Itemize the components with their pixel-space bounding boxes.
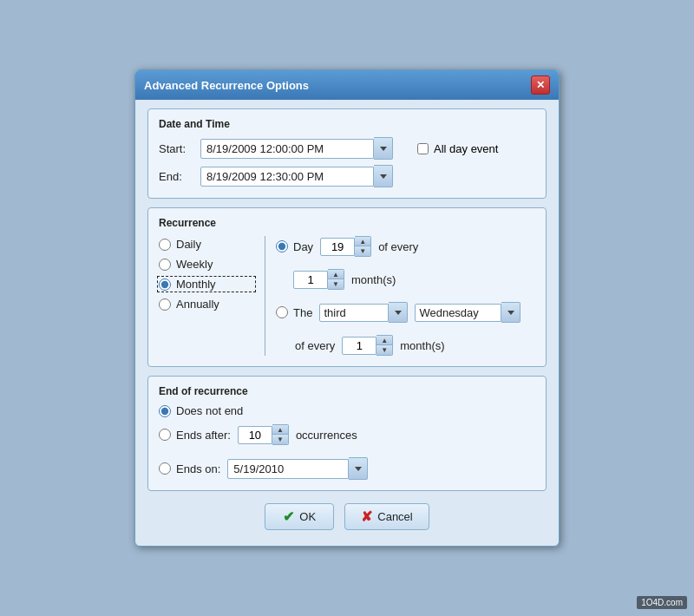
months1-spinner: ▲ ▼ [293, 269, 344, 290]
months1-value-input[interactable] [293, 271, 328, 289]
end-dropdown-arrow [380, 174, 387, 179]
ends-on-dropdown-arrow [355, 467, 362, 471]
radio-day-input[interactable] [276, 240, 288, 252]
third-dropdown-btn[interactable] [389, 302, 408, 323]
months1-spin-down[interactable]: ▼ [328, 279, 344, 289]
radio-ends-on-label: Ends on: [176, 462, 220, 475]
start-label: Start: [159, 142, 193, 155]
radio-no-end-label: Does not end [176, 404, 243, 417]
button-row: ✔ OK ✘ Cancel [147, 500, 547, 534]
radio-ends-on-input[interactable] [159, 462, 171, 475]
weekday-select-combo: Sunday Monday Tuesday Wednesday Thursday… [415, 302, 520, 323]
months2-spin-down[interactable]: ▼ [376, 345, 392, 355]
radio-annually-label: Annually [176, 298, 219, 311]
month-s-label2: month(s) [400, 339, 444, 352]
months2-value-input[interactable] [342, 337, 376, 355]
months1-spin-up[interactable]: ▲ [328, 270, 344, 279]
all-day-row: All day event [417, 142, 498, 155]
occurrences-spin-up[interactable]: ▲ [272, 425, 288, 435]
radio-monthly[interactable]: Monthly [159, 278, 254, 291]
radio-ends-on[interactable]: Ends on: [159, 462, 220, 475]
radio-ends-after-input[interactable] [159, 429, 171, 441]
cancel-label: Cancel [377, 510, 412, 523]
radio-day[interactable]: Day [276, 240, 313, 253]
end-label: End: [159, 170, 193, 183]
watermark: 1O4D.com [637, 596, 687, 609]
months1-spin-buttons: ▲ ▼ [328, 269, 344, 290]
month-s-label1: month(s) [351, 273, 396, 286]
radio-the[interactable]: The [276, 306, 312, 319]
recurrence-layout: Daily Weekly Monthly Annually [159, 236, 535, 356]
radio-daily-label: Daily [176, 238, 201, 251]
recurrence-section: Recurrence Daily Weekly Monthly [147, 207, 547, 367]
end-recurrence-title: End of recurrence [159, 385, 535, 397]
day-spin-buttons: ▲ ▼ [355, 236, 371, 257]
end-recurrence-section: End of recurrence Does not end Ends afte… [147, 376, 547, 491]
occurrences-input[interactable] [238, 426, 272, 444]
radio-monthly-input[interactable] [159, 279, 171, 291]
recurrence-right: Day ▲ ▼ of every [276, 236, 535, 356]
title-bar: Advanced Recurrence Options ✕ [135, 70, 559, 100]
recurrence-title: Recurrence [159, 217, 535, 229]
radio-day-label: Day [293, 240, 313, 253]
day-value-input[interactable] [320, 238, 355, 256]
dialog-title: Advanced Recurrence Options [144, 79, 309, 92]
third-select[interactable]: first second third fourth last [319, 304, 389, 322]
date-time-section: Date and Time Start: All day event End: [147, 108, 547, 199]
radio-no-end-input[interactable] [159, 405, 171, 417]
cancel-icon: ✘ [361, 508, 372, 525]
ok-icon: ✔ [283, 508, 294, 525]
ok-button[interactable]: ✔ OK [265, 503, 334, 530]
radio-weekly[interactable]: Weekly [159, 258, 254, 271]
occurrences-spinner: ▲ ▼ [238, 424, 289, 445]
start-combo [200, 137, 393, 160]
ends-on-input[interactable] [227, 459, 349, 479]
date-time-title: Date and Time [159, 118, 535, 130]
end-dropdown-btn[interactable] [374, 165, 393, 187]
end-input[interactable] [200, 167, 374, 187]
radio-no-end[interactable]: Does not end [159, 404, 535, 417]
occurrences-spin-down[interactable]: ▼ [272, 435, 288, 444]
start-dropdown-btn[interactable] [374, 137, 393, 160]
ends-on-row: Ends on: [159, 457, 535, 480]
start-dropdown-arrow [380, 147, 387, 151]
ends-on-combo [227, 457, 368, 480]
radio-monthly-label: Monthly [176, 278, 216, 291]
radio-weekly-label: Weekly [176, 258, 213, 271]
radio-daily-input[interactable] [159, 239, 171, 251]
day-spin-up[interactable]: ▲ [355, 237, 370, 246]
all-day-label: All day event [434, 142, 498, 155]
of-every-label1: of every [378, 240, 418, 253]
radio-the-input[interactable] [276, 306, 288, 318]
months2-spin-up[interactable]: ▲ [376, 336, 392, 345]
occurrences-spin-buttons: ▲ ▼ [272, 424, 289, 445]
occurrences-label: occurrences [296, 429, 357, 442]
radio-weekly-input[interactable] [159, 259, 171, 271]
end-row: End: [159, 165, 535, 187]
day-row: Day ▲ ▼ of every [276, 236, 535, 257]
ends-on-dropdown-btn[interactable] [349, 457, 368, 480]
end-section-content: Does not end Ends after: ▲ ▼ occurr [159, 404, 535, 480]
radio-ends-after[interactable]: Ends after: [159, 429, 231, 442]
radio-daily[interactable]: Daily [159, 238, 254, 251]
all-day-checkbox[interactable] [417, 143, 429, 154]
months1-row: ▲ ▼ month(s) [276, 269, 535, 290]
close-button[interactable]: ✕ [531, 75, 550, 95]
of-every-label2: of every [295, 339, 335, 352]
dialog-body: Date and Time Start: All day event End: [135, 100, 559, 546]
months2-row: of every ▲ ▼ month(s) [276, 335, 535, 356]
months2-spin-buttons: ▲ ▼ [376, 335, 393, 356]
weekday-select[interactable]: Sunday Monday Tuesday Wednesday Thursday… [415, 304, 501, 322]
ends-after-row: Ends after: ▲ ▼ occurrences [159, 424, 535, 445]
end-combo [200, 165, 393, 187]
the-label: The [293, 306, 312, 319]
cancel-button[interactable]: ✘ Cancel [344, 503, 429, 530]
radio-annually[interactable]: Annually [159, 298, 254, 311]
day-spin-down[interactable]: ▼ [355, 246, 370, 256]
advanced-recurrence-dialog: Advanced Recurrence Options ✕ Date and T… [134, 69, 560, 547]
third-select-combo: first second third fourth last [319, 302, 408, 323]
start-input[interactable] [200, 139, 374, 159]
radio-annually-input[interactable] [159, 298, 171, 311]
months2-spinner: ▲ ▼ [342, 335, 393, 356]
weekday-dropdown-btn[interactable] [501, 302, 520, 323]
